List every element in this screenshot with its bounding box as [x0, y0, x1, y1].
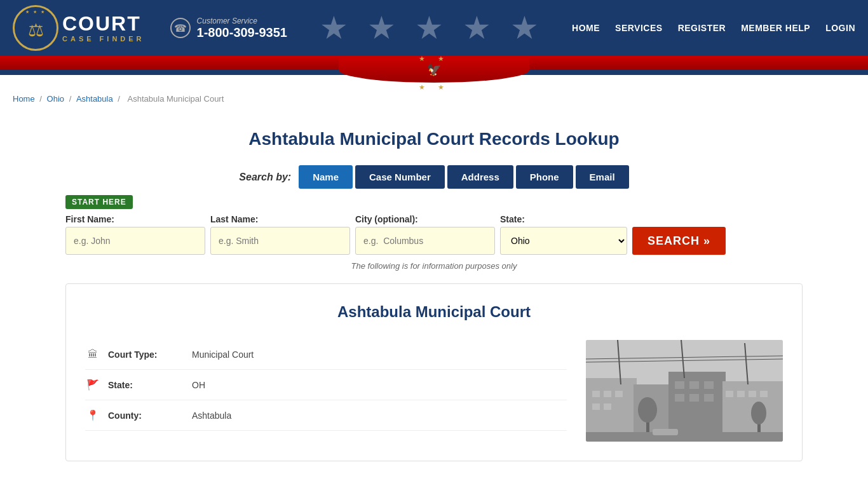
tab-phone[interactable]: Phone — [516, 165, 573, 189]
phone-icon: ☎ — [170, 18, 191, 38]
svg-rect-20 — [704, 394, 714, 402]
svg-rect-13 — [592, 403, 600, 410]
breadcrumb-sep-2: / — [69, 94, 74, 104]
first-name-input[interactable] — [65, 227, 205, 255]
page-title: Ashtabula Municipal Court Records Lookup — [65, 129, 803, 149]
search-by-row: Search by: Name Case Number Address Phon… — [65, 165, 803, 189]
court-card-body: 🏛 Court Type: Municipal Court 🚩 State: O… — [85, 340, 783, 442]
svg-rect-15 — [675, 381, 684, 389]
state-label: State: — [500, 214, 627, 224]
start-here-badge: START HERE — [65, 195, 133, 209]
last-name-label: Last Name: — [210, 214, 350, 224]
state-field: State: AlabamaAlaskaArizonaArkansasCalif… — [500, 214, 627, 255]
svg-rect-24 — [760, 391, 768, 397]
breadcrumb-current: Ashtabula Municipal Court — [128, 94, 224, 104]
tab-email[interactable]: Email — [576, 165, 629, 189]
first-name-label: First Name: — [65, 214, 205, 224]
nav-member-help[interactable]: MEMBER HELP — [741, 23, 810, 33]
tab-case-number[interactable]: Case Number — [355, 165, 445, 189]
first-name-field: First Name: — [65, 214, 205, 255]
svg-rect-23 — [749, 391, 756, 397]
phone-area: ☎ Customer Service 1-800-309-9351 — [170, 17, 287, 40]
county-row: 📍 County: Ashtabula — [85, 400, 567, 431]
logo-text: COURT CASE FINDER — [62, 13, 145, 43]
search-by-label: Search by: — [239, 172, 291, 183]
svg-point-27 — [638, 397, 657, 423]
county-value: Ashtabula — [192, 410, 231, 421]
ribbon-eagle: 🦅 — [427, 63, 441, 77]
ribbon-wrap: ★ ★ 🦅 ★ ★ — [0, 56, 868, 75]
svg-rect-30 — [653, 429, 678, 435]
red-ribbon: ★ ★ 🦅 ★ ★ — [0, 56, 868, 70]
search-form: First Name: Last Name: City (optional): … — [65, 214, 803, 255]
state-detail-value: OH — [192, 380, 205, 390]
star-2: ★ — [367, 10, 396, 46]
star-4: ★ — [463, 10, 491, 46]
svg-rect-19 — [689, 394, 699, 402]
court-card-title: Ashtabula Municipal Court — [85, 303, 783, 321]
phone-number: 1-800-309-9351 — [197, 25, 287, 40]
logo-circle — [13, 5, 58, 51]
last-name-field: Last Name: — [210, 214, 350, 255]
svg-rect-25 — [586, 432, 783, 442]
breadcrumb-sep-3: / — [118, 94, 122, 104]
court-type-label: Court Type: — [108, 349, 184, 360]
search-button-label: SEARCH » — [648, 234, 710, 247]
court-image — [586, 340, 783, 442]
breadcrumb-home[interactable]: Home — [13, 94, 35, 104]
svg-rect-16 — [689, 381, 699, 389]
city-input[interactable] — [355, 227, 495, 255]
star-5: ★ — [510, 10, 539, 46]
logo-area: COURT CASE FINDER — [13, 5, 145, 51]
logo-case-finder-text: CASE FINDER — [62, 35, 145, 43]
form-section: START HERE First Name: Last Name: City (… — [65, 195, 803, 255]
main-content: Ashtabula Municipal Court Records Lookup… — [53, 110, 815, 480]
phone-text: Customer Service 1-800-309-9351 — [197, 17, 287, 40]
main-nav: HOME SERVICES REGISTER MEMBER HELP LOGIN — [572, 23, 855, 33]
svg-rect-22 — [737, 391, 745, 397]
court-type-row: 🏛 Court Type: Municipal Court — [85, 340, 567, 370]
tab-address[interactable]: Address — [447, 165, 513, 189]
svg-rect-17 — [704, 381, 714, 389]
nav-login[interactable]: LOGIN — [825, 23, 855, 33]
state-detail-label: State: — [108, 380, 184, 390]
breadcrumb-ohio[interactable]: Ohio — [47, 94, 64, 104]
state-row: 🚩 State: OH — [85, 370, 567, 400]
ribbon-stars-right: ★ ★ — [419, 83, 449, 92]
star-1: ★ — [320, 10, 348, 46]
svg-rect-11 — [604, 391, 611, 397]
customer-service-label: Customer Service — [197, 17, 287, 25]
last-name-input[interactable] — [210, 227, 350, 255]
court-card: Ashtabula Municipal Court 🏛 Court Type: … — [65, 283, 803, 461]
breadcrumb-ashtabula[interactable]: Ashtabula — [76, 94, 113, 104]
flag-icon: 🚩 — [85, 379, 100, 391]
logo-court-text: COURT — [62, 13, 145, 34]
svg-rect-14 — [604, 403, 611, 410]
court-building-image — [586, 340, 783, 442]
svg-rect-10 — [592, 391, 600, 397]
city-label: City (optional): — [355, 214, 495, 224]
svg-rect-21 — [726, 391, 733, 397]
location-icon: 📍 — [85, 409, 100, 421]
court-type-value: Municipal Court — [192, 349, 254, 360]
breadcrumb-sep-1: / — [39, 94, 44, 104]
svg-rect-18 — [675, 394, 684, 402]
tab-name[interactable]: Name — [299, 165, 353, 189]
svg-point-29 — [751, 402, 766, 424]
site-header: COURT CASE FINDER ☎ Customer Service 1-8… — [0, 0, 868, 56]
nav-services[interactable]: SERVICES — [615, 23, 663, 33]
ribbon-arch: ★ ★ 🦅 ★ ★ — [339, 57, 529, 83]
svg-rect-12 — [615, 391, 623, 397]
search-button[interactable]: SEARCH » — [632, 227, 726, 255]
star-3: ★ — [415, 10, 444, 46]
nav-home[interactable]: HOME — [572, 23, 600, 33]
state-select[interactable]: AlabamaAlaskaArizonaArkansasCaliforniaCo… — [500, 227, 627, 255]
city-field: City (optional): — [355, 214, 495, 255]
court-details: 🏛 Court Type: Municipal Court 🚩 State: O… — [85, 340, 567, 442]
county-label: County: — [108, 410, 184, 421]
info-note: The following is for information purpose… — [65, 261, 803, 271]
building-icon: 🏛 — [85, 349, 100, 360]
nav-register[interactable]: REGISTER — [678, 23, 726, 33]
